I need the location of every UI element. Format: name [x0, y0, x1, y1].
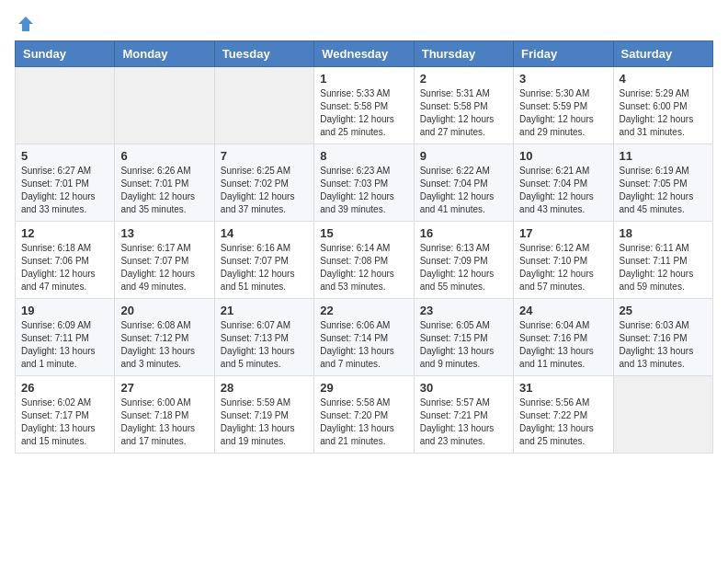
calendar-cell: 25Sunrise: 6:03 AM Sunset: 7:16 PM Dayli…: [613, 299, 712, 376]
day-info: Sunrise: 6:17 AM Sunset: 7:07 PM Dayligh…: [120, 242, 208, 293]
header-tuesday: Tuesday: [214, 41, 313, 67]
day-info: Sunrise: 6:18 AM Sunset: 7:06 PM Dayligh…: [21, 242, 108, 293]
calendar-cell: 1Sunrise: 5:33 AM Sunset: 5:58 PM Daylig…: [314, 67, 414, 144]
day-number: 5: [21, 149, 108, 163]
calendar-cell: 11Sunrise: 6:19 AM Sunset: 7:05 PM Dayli…: [613, 144, 712, 222]
day-info: Sunrise: 5:30 AM Sunset: 5:59 PM Dayligh…: [519, 87, 607, 139]
calendar-cell: 24Sunrise: 6:04 AM Sunset: 7:16 PM Dayli…: [514, 299, 613, 376]
calendar-cell: [115, 67, 214, 144]
day-info: Sunrise: 6:23 AM Sunset: 7:03 PM Dayligh…: [320, 165, 407, 216]
day-info: Sunrise: 6:21 AM Sunset: 7:04 PM Dayligh…: [519, 165, 607, 216]
day-info: Sunrise: 6:02 AM Sunset: 7:17 PM Dayligh…: [21, 396, 108, 448]
calendar-cell: 18Sunrise: 6:11 AM Sunset: 7:11 PM Dayli…: [613, 222, 712, 299]
day-info: Sunrise: 6:04 AM Sunset: 7:16 PM Dayligh…: [519, 319, 607, 371]
calendar-cell: 23Sunrise: 6:05 AM Sunset: 7:15 PM Dayli…: [414, 299, 513, 376]
day-number: 29: [320, 381, 407, 395]
calendar-cell: 14Sunrise: 6:16 AM Sunset: 7:07 PM Dayli…: [214, 222, 313, 299]
calendar-cell: 31Sunrise: 5:56 AM Sunset: 7:22 PM Dayli…: [514, 376, 613, 454]
day-number: 3: [519, 72, 607, 86]
day-number: 20: [120, 304, 208, 317]
day-info: Sunrise: 6:09 AM Sunset: 7:11 PM Dayligh…: [21, 319, 108, 371]
calendar-cell: 26Sunrise: 6:02 AM Sunset: 7:17 PM Dayli…: [16, 376, 115, 454]
calendar-week-row: 12Sunrise: 6:18 AM Sunset: 7:06 PM Dayli…: [16, 222, 713, 299]
calendar-cell: 17Sunrise: 6:12 AM Sunset: 7:10 PM Dayli…: [514, 222, 613, 299]
calendar-cell: 27Sunrise: 6:00 AM Sunset: 7:18 PM Dayli…: [115, 376, 214, 454]
calendar-cell: 21Sunrise: 6:07 AM Sunset: 7:13 PM Dayli…: [214, 299, 313, 376]
day-number: 25: [620, 304, 707, 317]
day-number: 30: [420, 381, 507, 395]
logo-icon: [17, 15, 35, 33]
day-info: Sunrise: 5:56 AM Sunset: 7:22 PM Dayligh…: [519, 396, 607, 448]
day-info: Sunrise: 6:11 AM Sunset: 7:11 PM Dayligh…: [620, 242, 707, 293]
calendar-week-row: 19Sunrise: 6:09 AM Sunset: 7:11 PM Dayli…: [16, 299, 713, 376]
header-thursday: Thursday: [414, 41, 513, 67]
day-number: 4: [620, 72, 707, 86]
day-info: Sunrise: 6:22 AM Sunset: 7:04 PM Dayligh…: [420, 165, 507, 216]
logo: [15, 15, 35, 33]
day-number: 1: [320, 72, 407, 86]
day-number: 17: [519, 226, 607, 240]
day-info: Sunrise: 6:08 AM Sunset: 7:12 PM Dayligh…: [120, 319, 208, 371]
day-info: Sunrise: 6:00 AM Sunset: 7:18 PM Dayligh…: [120, 396, 208, 448]
calendar-cell: 15Sunrise: 6:14 AM Sunset: 7:08 PM Dayli…: [314, 222, 414, 299]
day-number: 18: [620, 226, 707, 240]
day-number: 12: [21, 226, 108, 240]
day-number: 15: [320, 226, 407, 240]
calendar-cell: 10Sunrise: 6:21 AM Sunset: 7:04 PM Dayli…: [514, 144, 613, 222]
day-number: 26: [21, 381, 108, 395]
header-wednesday: Wednesday: [314, 41, 414, 67]
day-info: Sunrise: 5:58 AM Sunset: 7:20 PM Dayligh…: [320, 396, 407, 448]
day-number: 19: [21, 304, 108, 317]
day-info: Sunrise: 6:13 AM Sunset: 7:09 PM Dayligh…: [420, 242, 507, 293]
calendar-week-row: 5Sunrise: 6:27 AM Sunset: 7:01 PM Daylig…: [16, 144, 713, 222]
day-number: 14: [221, 226, 308, 240]
day-info: Sunrise: 6:05 AM Sunset: 7:15 PM Dayligh…: [420, 319, 507, 371]
day-info: Sunrise: 6:19 AM Sunset: 7:05 PM Dayligh…: [620, 165, 707, 216]
day-number: 7: [221, 149, 308, 163]
calendar-cell: 7Sunrise: 6:25 AM Sunset: 7:02 PM Daylig…: [214, 144, 313, 222]
calendar-cell: 12Sunrise: 6:18 AM Sunset: 7:06 PM Dayli…: [16, 222, 115, 299]
header-monday: Monday: [115, 41, 214, 67]
calendar-cell: 16Sunrise: 6:13 AM Sunset: 7:09 PM Dayli…: [414, 222, 513, 299]
day-info: Sunrise: 6:03 AM Sunset: 7:16 PM Dayligh…: [620, 319, 707, 371]
day-info: Sunrise: 6:16 AM Sunset: 7:07 PM Dayligh…: [221, 242, 308, 293]
header-saturday: Saturday: [613, 41, 712, 67]
day-info: Sunrise: 5:33 AM Sunset: 5:58 PM Dayligh…: [320, 87, 407, 139]
calendar-cell: [214, 67, 313, 144]
day-number: 22: [320, 304, 407, 317]
day-info: Sunrise: 6:07 AM Sunset: 7:13 PM Dayligh…: [221, 319, 308, 371]
header-friday: Friday: [514, 41, 613, 67]
day-info: Sunrise: 6:26 AM Sunset: 7:01 PM Dayligh…: [120, 165, 208, 216]
day-number: 27: [120, 381, 208, 395]
day-number: 21: [221, 304, 308, 317]
day-number: 23: [420, 304, 507, 317]
day-info: Sunrise: 6:27 AM Sunset: 7:01 PM Dayligh…: [21, 165, 108, 216]
header-sunday: Sunday: [16, 41, 115, 67]
day-number: 2: [420, 72, 507, 86]
calendar-week-row: 26Sunrise: 6:02 AM Sunset: 7:17 PM Dayli…: [16, 376, 713, 454]
calendar-week-row: 1Sunrise: 5:33 AM Sunset: 5:58 PM Daylig…: [16, 67, 713, 144]
day-info: Sunrise: 6:06 AM Sunset: 7:14 PM Dayligh…: [320, 319, 407, 371]
day-info: Sunrise: 5:57 AM Sunset: 7:21 PM Dayligh…: [420, 396, 507, 448]
calendar-header-row: SundayMondayTuesdayWednesdayThursdayFrid…: [16, 41, 713, 67]
calendar-cell: 3Sunrise: 5:30 AM Sunset: 5:59 PM Daylig…: [514, 67, 613, 144]
day-info: Sunrise: 5:59 AM Sunset: 7:19 PM Dayligh…: [221, 396, 308, 448]
day-number: 28: [221, 381, 308, 395]
calendar-cell: 9Sunrise: 6:22 AM Sunset: 7:04 PM Daylig…: [414, 144, 513, 222]
day-number: 9: [420, 149, 507, 163]
calendar-cell: [613, 376, 712, 454]
calendar-table: SundayMondayTuesdayWednesdayThursdayFrid…: [15, 40, 713, 454]
day-info: Sunrise: 6:14 AM Sunset: 7:08 PM Dayligh…: [320, 242, 407, 293]
svg-marker-0: [18, 17, 33, 31]
page-header: [15, 15, 713, 33]
day-info: Sunrise: 5:31 AM Sunset: 5:58 PM Dayligh…: [420, 87, 507, 139]
calendar-cell: 29Sunrise: 5:58 AM Sunset: 7:20 PM Dayli…: [314, 376, 414, 454]
calendar-cell: 30Sunrise: 5:57 AM Sunset: 7:21 PM Dayli…: [414, 376, 513, 454]
calendar-cell: 28Sunrise: 5:59 AM Sunset: 7:19 PM Dayli…: [214, 376, 313, 454]
day-number: 6: [120, 149, 208, 163]
day-number: 11: [620, 149, 707, 163]
day-number: 24: [519, 304, 607, 317]
calendar-cell: 8Sunrise: 6:23 AM Sunset: 7:03 PM Daylig…: [314, 144, 414, 222]
calendar-cell: 13Sunrise: 6:17 AM Sunset: 7:07 PM Dayli…: [115, 222, 214, 299]
calendar-cell: 20Sunrise: 6:08 AM Sunset: 7:12 PM Dayli…: [115, 299, 214, 376]
